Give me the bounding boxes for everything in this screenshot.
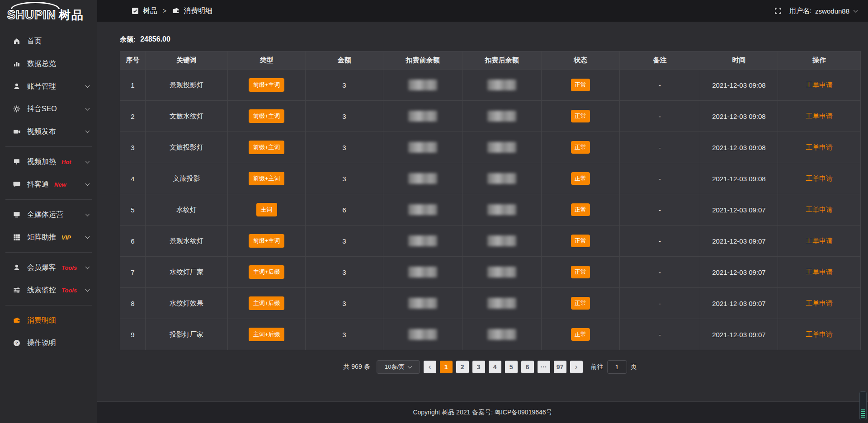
cell-index: 1 xyxy=(120,70,146,101)
work-order-link[interactable]: 工单申请 xyxy=(806,112,833,120)
cell-time: 2021-12-03 09:08 xyxy=(700,132,778,163)
breadcrumb: 树品 > 消费明细 xyxy=(131,6,212,16)
username-label: 用户名: xyxy=(789,7,811,15)
page-size-select[interactable]: 10条/页 xyxy=(377,360,420,374)
cell-keyword: 景观投影灯 xyxy=(146,70,228,101)
cell-remark: - xyxy=(620,319,700,350)
status-badge: 正常 xyxy=(571,79,590,91)
cell-action: 工单申请 xyxy=(778,132,861,163)
cell-index: 4 xyxy=(120,163,146,194)
breadcrumb-separator: > xyxy=(163,7,166,14)
page-button-2[interactable]: 2 xyxy=(456,361,469,373)
sidebar-item-home[interactable]: 首页 xyxy=(0,30,97,52)
floating-widget[interactable] xyxy=(859,391,867,420)
page-button-1[interactable]: 1 xyxy=(440,361,453,373)
cell-status: 正常 xyxy=(542,70,620,101)
user-icon xyxy=(13,82,21,90)
sidebar-item-data-overview[interactable]: 数据总览 xyxy=(0,52,97,75)
logo-text-en: SHUPIN xyxy=(7,8,56,22)
user-menu[interactable]: 用户名: zswodun88 xyxy=(789,7,857,15)
cell-action: 工单申请 xyxy=(778,257,861,288)
chevron-down-icon xyxy=(85,128,90,133)
cell-action: 工单申请 xyxy=(778,288,861,319)
sidebar-item-label: 数据总览 xyxy=(27,59,56,69)
sidebar-item-account-management[interactable]: 账号管理 xyxy=(0,75,97,98)
chevron-down-icon xyxy=(85,234,90,239)
more-pages-button[interactable]: ··· xyxy=(538,361,550,373)
sidebar-divider xyxy=(5,199,92,200)
table-row: 3 文旅投影灯 前缀+主词 3 正常 - 2021-12-03 09:08 工单… xyxy=(120,132,861,163)
sidebar-item-label: 账号管理 xyxy=(27,82,56,91)
cell-amount: 3 xyxy=(306,101,383,132)
page-button-6[interactable]: 6 xyxy=(521,361,534,373)
page-button-97[interactable]: 97 xyxy=(554,361,566,373)
work-order-link[interactable]: 工单申请 xyxy=(806,237,833,244)
goto-page-input[interactable] xyxy=(607,360,627,374)
breadcrumb-root[interactable]: 树品 xyxy=(143,6,157,16)
work-order-link[interactable]: 工单申请 xyxy=(806,174,833,182)
status-badge: 正常 xyxy=(571,328,590,341)
cell-amount: 3 xyxy=(306,226,383,257)
cell-type: 前缀+主词 xyxy=(228,132,306,163)
sidebar-item-video-publish[interactable]: 视频发布 xyxy=(0,120,97,143)
next-page-button[interactable]: › xyxy=(570,361,583,373)
sidebar-item-member-leads[interactable]: 会员爆客 Tools xyxy=(0,256,97,279)
goto-page: 前往 页 xyxy=(591,360,637,374)
sidebar-item-clue-monitor[interactable]: 线索监控 Tools xyxy=(0,279,97,301)
status-badge: 正常 xyxy=(571,203,590,216)
page-button-3[interactable]: 3 xyxy=(472,361,485,373)
sidebar-item-consumption-detail[interactable]: 消费明细 xyxy=(0,309,97,332)
cell-amount: 3 xyxy=(306,257,383,288)
new-tag: New xyxy=(54,181,66,188)
work-order-link[interactable]: 工单申请 xyxy=(806,268,833,276)
col-balance-after: 扣费后余额 xyxy=(462,52,542,70)
cell-keyword: 文旅水纹灯 xyxy=(146,101,228,132)
chevron-down-icon xyxy=(85,159,90,163)
page-button-4[interactable]: 4 xyxy=(489,361,501,373)
sidebar-item-matrix-boost[interactable]: 矩阵助推 VIP xyxy=(0,226,97,249)
cell-type: 前缀+主词 xyxy=(228,70,306,101)
type-badge: 主词+后缀 xyxy=(249,265,285,279)
fullscreen-icon[interactable] xyxy=(774,7,782,15)
cell-balance-before xyxy=(383,257,462,288)
type-badge: 前缀+主词 xyxy=(249,172,285,185)
cell-balance-before xyxy=(383,194,462,226)
sidebar-item-instructions[interactable]: ? 操作说明 xyxy=(0,332,97,354)
cell-index: 2 xyxy=(120,101,146,132)
cell-status: 正常 xyxy=(542,163,620,194)
cell-remark: - xyxy=(620,101,700,132)
work-order-link[interactable]: 工单申请 xyxy=(806,81,833,89)
logo-text-cn: 树品 xyxy=(59,7,84,23)
sidebar-item-douyin-seo[interactable]: 抖音SEO xyxy=(0,98,97,120)
cell-balance-before xyxy=(383,288,462,319)
cell-type: 前缀+主词 xyxy=(228,226,306,257)
redacted-value xyxy=(408,204,437,215)
cell-type: 主词 xyxy=(228,194,306,226)
cell-remark: - xyxy=(620,194,700,226)
cell-status: 正常 xyxy=(542,319,620,350)
sidebar-item-label: 首页 xyxy=(27,37,42,46)
cell-balance-after xyxy=(462,226,542,257)
sidebar-item-douketong[interactable]: 抖客通 New xyxy=(0,173,97,196)
prev-page-button[interactable]: ‹ xyxy=(424,361,436,373)
sidebar-item-video-heat[interactable]: 视频加热 Hot xyxy=(0,150,97,173)
redacted-value xyxy=(487,298,516,309)
pagination: 共 969 条 10条/页 ‹ 1 2 3 4 5 6 ··· 97 › 前往 … xyxy=(120,360,860,374)
logo-arc xyxy=(11,2,60,9)
consumption-table: 序号 关键词 类型 金额 扣费前余额 扣费后余额 状态 备注 时间 操作 1 xyxy=(120,51,861,350)
brand-logo: SHUPIN 树品 xyxy=(0,0,97,26)
work-order-link[interactable]: 工单申请 xyxy=(806,206,833,213)
app-square-icon xyxy=(131,7,139,15)
work-order-link[interactable]: 工单申请 xyxy=(806,143,833,151)
page-button-5[interactable]: 5 xyxy=(505,361,518,373)
work-order-link[interactable]: 工单申请 xyxy=(806,330,833,338)
type-badge: 主词+后缀 xyxy=(249,328,285,341)
cell-keyword: 水纹灯效果 xyxy=(146,288,228,319)
cell-status: 正常 xyxy=(542,226,620,257)
work-order-link[interactable]: 工单申请 xyxy=(806,299,833,307)
status-badge: 正常 xyxy=(571,110,590,122)
cell-balance-after xyxy=(462,288,542,319)
breadcrumb-current: 消费明细 xyxy=(184,6,212,16)
sidebar-item-label: 抖客通 xyxy=(27,180,49,189)
sidebar-item-all-media[interactable]: 全媒体运营 xyxy=(0,203,97,226)
